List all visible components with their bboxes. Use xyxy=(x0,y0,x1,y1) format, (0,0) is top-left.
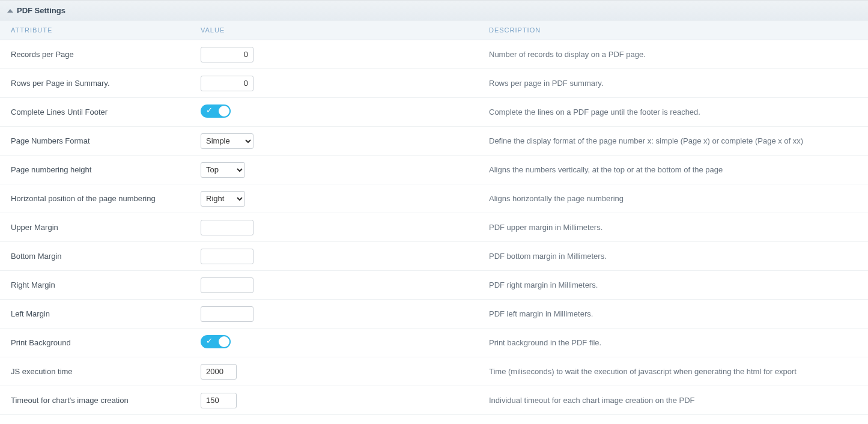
js-exec-time-input[interactable] xyxy=(201,364,237,380)
row-page-numbering-height: Page numbering height Top Aligns the num… xyxy=(0,156,868,184)
attr-label: Left Margin xyxy=(11,309,201,318)
row-bottom-margin: Bottom Margin PDF bottom margin in Milli… xyxy=(0,242,868,271)
attr-label: Horizontal position of the page numberin… xyxy=(11,194,201,203)
check-icon: ✓ xyxy=(206,336,213,345)
rows-per-page-summary-input[interactable] xyxy=(201,76,253,91)
attr-desc: Define the display format of the page nu… xyxy=(489,136,868,145)
header-value: VALUE xyxy=(201,26,489,34)
row-page-numbers-format: Page Numbers Format Simple Define the di… xyxy=(0,127,868,156)
attr-desc: Aligns the numbers vertically, at the to… xyxy=(489,165,868,174)
right-margin-input[interactable] xyxy=(201,277,253,293)
row-right-margin: Right Margin PDF right margin in Millime… xyxy=(0,271,868,300)
attr-label: Print Background xyxy=(11,338,201,347)
attr-desc: PDF upper margin in Millimeters. xyxy=(489,223,868,232)
panel-title: PDF Settings xyxy=(17,6,65,15)
attr-desc: Aligns horizontally the page numbering xyxy=(489,194,868,203)
check-icon: ✓ xyxy=(206,106,213,115)
attr-desc: PDF bottom margin in Millimeters. xyxy=(489,252,868,261)
attr-desc: Number of records to display on a PDF pa… xyxy=(489,50,868,59)
page-numbers-format-select[interactable]: Simple xyxy=(201,133,253,149)
attr-desc: Complete the lines on a PDF page until t… xyxy=(489,108,868,117)
attr-label: Complete Lines Until Footer xyxy=(11,108,201,117)
row-js-exec-time: JS execution time Time (miliseconds) to … xyxy=(0,357,868,386)
page-numbering-height-select[interactable]: Top xyxy=(201,162,245,178)
toggle-knob xyxy=(219,336,229,347)
attr-label: Bottom Margin xyxy=(11,252,201,261)
records-per-page-input[interactable] xyxy=(201,47,253,62)
row-upper-margin: Upper Margin PDF upper margin in Millime… xyxy=(0,213,868,242)
row-complete-lines: Complete Lines Until Footer ✓ Complete t… xyxy=(0,98,868,127)
row-rows-per-page-summary: Rows per Page in Summary. Rows per page … xyxy=(0,69,868,98)
toggle-knob xyxy=(219,106,229,117)
panel-header[interactable]: PDF Settings xyxy=(0,1,868,20)
chart-timeout-input[interactable] xyxy=(201,393,237,408)
attr-desc: Time (miliseconds) to wait the execution… xyxy=(489,367,868,376)
row-records-per-page: Records per Page Number of records to di… xyxy=(0,40,868,69)
complete-lines-toggle[interactable]: ✓ xyxy=(201,104,231,118)
row-page-numbering-hpos: Horizontal position of the page numberin… xyxy=(0,184,868,213)
attr-desc: Rows per page in PDF summary. xyxy=(489,79,868,88)
attr-desc: Print background in the PDF file. xyxy=(489,338,868,347)
attr-label: Right Margin xyxy=(11,280,201,289)
attr-label: JS execution time xyxy=(11,367,201,376)
left-margin-input[interactable] xyxy=(201,306,253,322)
print-background-toggle[interactable]: ✓ xyxy=(201,335,231,348)
header-description: DESCRIPTION xyxy=(489,26,868,34)
attr-label: Upper Margin xyxy=(11,223,201,232)
attr-label: Records per Page xyxy=(11,50,201,59)
attr-label: Page numbering height xyxy=(11,165,201,174)
collapse-icon xyxy=(7,9,13,13)
bottom-margin-input[interactable] xyxy=(201,249,253,264)
row-chart-timeout: Timeout for chart's image creation Indiv… xyxy=(0,386,868,415)
attr-desc: PDF right margin in Millimeters. xyxy=(489,280,868,289)
attr-label: Page Numbers Format xyxy=(11,136,201,145)
attr-desc: PDF left margin in Millimeters. xyxy=(489,309,868,318)
row-print-background: Print Background ✓ Print background in t… xyxy=(0,329,868,357)
attr-label: Timeout for chart's image creation xyxy=(11,396,201,405)
attr-label: Rows per Page in Summary. xyxy=(11,79,201,88)
upper-margin-input[interactable] xyxy=(201,220,253,235)
row-left-margin: Left Margin PDF left margin in Millimete… xyxy=(0,300,868,329)
pdf-settings-panel: PDF Settings ATTRIBUTE VALUE DESCRIPTION… xyxy=(0,0,868,415)
header-attribute: ATTRIBUTE xyxy=(11,26,201,34)
attr-desc: Individual timeout for each chart image … xyxy=(489,396,868,405)
column-headers: ATTRIBUTE VALUE DESCRIPTION xyxy=(0,20,868,40)
page-numbering-hpos-select[interactable]: Right xyxy=(201,191,245,207)
